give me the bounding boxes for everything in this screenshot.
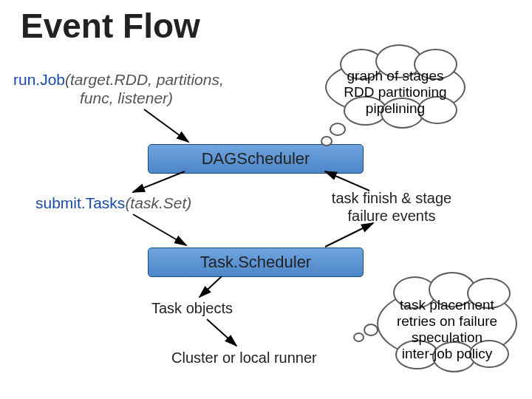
svg-line-6 <box>207 319 236 346</box>
svg-line-3 <box>325 223 373 247</box>
task-finish-events: task finish & stage failure events <box>318 189 466 225</box>
task-scheduler-box: Task.Scheduler <box>148 248 364 277</box>
cloud2-line1: task placement <box>384 297 510 313</box>
task-finish-line2: failure events <box>318 207 466 225</box>
cloud-task-placement: task placement retries on failure specul… <box>377 287 517 361</box>
runjob-method: run.Job <box>13 71 65 88</box>
svg-line-1 <box>133 171 185 192</box>
cloud2-line4: inter-job policy <box>384 346 510 362</box>
svg-line-2 <box>133 214 186 245</box>
submit-tasks-call: submit.Tasks(task.Set) <box>35 194 191 212</box>
slide-title: Event Flow <box>21 6 200 46</box>
dag-scheduler-box: DAGScheduler <box>148 144 364 174</box>
cloud2-line3: speculation <box>384 330 510 346</box>
runjob-args1: (target.RDD, partitions, <box>65 71 224 88</box>
cluster-runner-label: Cluster or local runner <box>171 349 317 366</box>
runjob-call: run.Job(target.RDD, partitions, func, li… <box>13 70 228 107</box>
task-finish-line1: task finish & stage <box>318 189 466 207</box>
cloud1-line3: pipelining <box>332 100 458 117</box>
task-objects-label: Task objects <box>151 299 233 317</box>
cloud-graph-stages: graph of stages RDD partitioning pipelin… <box>325 58 466 117</box>
cloud2-line2: retries on failure <box>384 313 510 330</box>
svg-line-4 <box>325 171 369 191</box>
cloud1-line2: RDD partitioning <box>332 84 458 100</box>
submit-tasks-method: submit.Tasks <box>35 194 125 211</box>
runjob-args2: func, listener) <box>13 89 228 107</box>
svg-line-0 <box>144 109 188 142</box>
cloud1-line1: graph of stages <box>332 68 458 84</box>
submit-tasks-args: (task.Set) <box>125 194 191 211</box>
svg-line-5 <box>200 276 222 297</box>
